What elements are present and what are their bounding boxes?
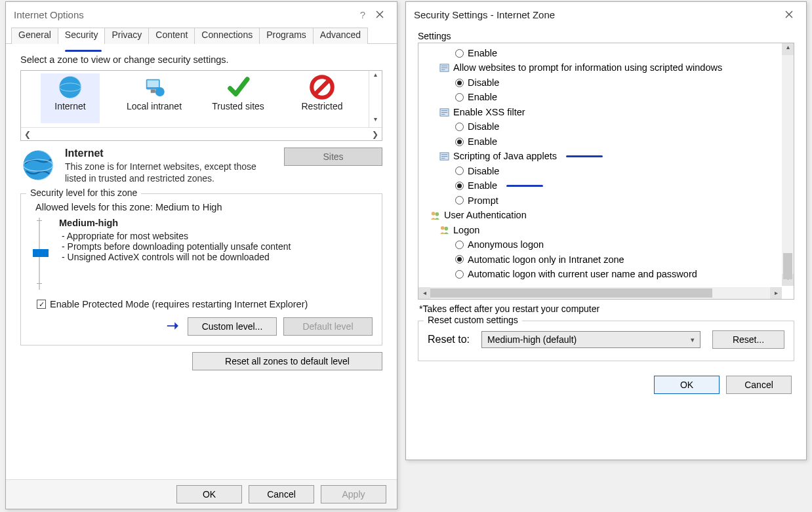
- protected-mode-checkbox[interactable]: [37, 300, 46, 309]
- tab-security[interactable]: Security: [58, 28, 106, 44]
- tab-strip: GeneralSecurityPrivacyContentConnections…: [6, 27, 397, 44]
- zone-item-local-intranet[interactable]: Local intranet: [125, 73, 184, 123]
- titlebar: Security Settings - Internet Zone: [406, 2, 806, 27]
- category-label: Scripting of Java applets: [453, 149, 557, 163]
- scroll-left-icon[interactable]: ❮: [21, 130, 34, 139]
- globe-icon: [20, 148, 56, 183]
- setting-radio[interactable]: Enable: [425, 90, 792, 104]
- dialog1-footer: OK Cancel Apply: [6, 479, 397, 509]
- setting-radio[interactable]: Enable: [425, 178, 792, 193]
- apply-button[interactable]: Apply: [321, 485, 386, 503]
- help-icon[interactable]: ?: [355, 9, 371, 20]
- default-level-button[interactable]: Default level: [283, 317, 373, 336]
- setting-radio[interactable]: Automatic logon only in Intranet zone: [425, 252, 792, 267]
- scroll-down-icon[interactable]: ▾: [374, 115, 377, 127]
- tree-hscroll[interactable]: ◂ ▸: [418, 287, 782, 299]
- cancel-button[interactable]: Cancel: [249, 485, 314, 503]
- titlebar: Internet Options ?: [6, 2, 397, 27]
- zone-item-restricted[interactable]: Restricted: [293, 73, 352, 123]
- slider-thumb[interactable]: [33, 249, 49, 257]
- level-bullet: Prompts before downloading potentially u…: [68, 241, 291, 252]
- category-label: Allow websites to prompt for information…: [453, 60, 722, 75]
- prohibited-icon: [308, 73, 336, 101]
- zone-prompt: Select a zone to view or change security…: [20, 54, 382, 65]
- radio-label: Automatic logon with current user name a…: [468, 267, 697, 281]
- setting-radio[interactable]: Enable: [425, 46, 792, 60]
- zone-label: Local intranet: [127, 101, 182, 111]
- tab-connections[interactable]: Connections: [194, 28, 260, 44]
- scroll-up-icon[interactable]: ▴: [782, 43, 794, 55]
- zone-label: Trusted sites: [212, 101, 264, 111]
- close-icon[interactable]: [371, 7, 389, 22]
- zone-vscroll[interactable]: ▴ ▾: [369, 71, 382, 127]
- svg-rect-4: [151, 90, 155, 93]
- scroll-up-icon[interactable]: ▴: [374, 71, 377, 83]
- tab-programs[interactable]: Programs: [259, 28, 314, 44]
- annotation-arrow: ➝: [167, 317, 178, 332]
- restart-note: *Takes effect after you restart your com…: [419, 304, 794, 314]
- radio-icon: [455, 255, 464, 264]
- scripting-icon: [439, 63, 449, 73]
- users-icon: [430, 210, 440, 220]
- setting-radio[interactable]: Prompt: [425, 193, 792, 208]
- vscroll-thumb[interactable]: [783, 253, 792, 279]
- security-tab-pane: Select a zone to view or change security…: [6, 44, 397, 377]
- users-icon: [439, 225, 449, 235]
- scroll-right-icon[interactable]: ❯: [369, 130, 382, 139]
- radio-label: Disable: [468, 75, 499, 90]
- radio-icon: [455, 196, 464, 205]
- reset-button[interactable]: Reset...: [712, 330, 784, 349]
- setting-radio[interactable]: Automatic logon with current user name a…: [425, 267, 792, 281]
- setting-radio[interactable]: Prompt for user name and password: [425, 282, 792, 285]
- setting-category: Enable XSS filter: [425, 105, 792, 119]
- radio-icon: [455, 79, 464, 87]
- scroll-right-icon[interactable]: ▸: [770, 287, 782, 299]
- security-level-group: Security level for this zone Allowed lev…: [20, 193, 382, 345]
- ok-button[interactable]: OK: [176, 485, 242, 503]
- annotation-mark: [65, 50, 102, 52]
- zone-title: Internet: [65, 148, 275, 159]
- sites-button[interactable]: Sites: [284, 148, 382, 166]
- scripting-icon: [439, 151, 449, 161]
- scroll-left-icon[interactable]: ◂: [418, 287, 430, 299]
- level-bullet: Appropriate for most websites: [68, 231, 291, 241]
- hscroll-thumb[interactable]: [430, 288, 712, 298]
- radio-icon: [455, 93, 464, 102]
- security-level-slider[interactable]: [33, 218, 47, 290]
- radio-icon: [455, 241, 464, 249]
- tree-vscroll[interactable]: ▴ ▾: [782, 43, 794, 286]
- category-label: Logon: [453, 223, 479, 237]
- reset-to-combobox[interactable]: Medium-high (default) ▾: [481, 331, 700, 348]
- zone-item-internet[interactable]: Internet: [41, 73, 100, 123]
- protected-mode-label: Enable Protected Mode (requires restarti…: [50, 299, 308, 309]
- tab-privacy[interactable]: Privacy: [104, 28, 149, 44]
- zone-hscroll[interactable]: ❮ ❯: [21, 127, 382, 140]
- tab-general[interactable]: General: [11, 28, 58, 44]
- radio-label: Enable: [468, 134, 497, 149]
- ok-button[interactable]: OK: [654, 376, 720, 394]
- setting-radio[interactable]: Enable: [425, 134, 792, 149]
- settings-tree: EnableAllow websites to prompt for infor…: [418, 43, 794, 300]
- tab-content[interactable]: Content: [148, 28, 195, 44]
- setting-radio[interactable]: Disable: [425, 75, 792, 90]
- custom-level-button[interactable]: Custom level...: [188, 317, 277, 336]
- setting-radio[interactable]: Disable: [425, 119, 792, 134]
- tab-advanced[interactable]: Advanced: [313, 28, 368, 44]
- radio-icon: [455, 270, 464, 279]
- group-title: Security level for this zone: [26, 187, 141, 198]
- cancel-button[interactable]: Cancel: [726, 376, 792, 394]
- level-bullet: Unsigned ActiveX controls will not be do…: [68, 252, 291, 262]
- radio-label: Prompt: [468, 193, 498, 208]
- setting-radio[interactable]: Anonymous logon: [425, 237, 792, 252]
- globe-icon: [56, 73, 84, 101]
- setting-category: User Authentication: [425, 208, 792, 222]
- reset-all-zones-button[interactable]: Reset all zones to default level: [192, 352, 382, 370]
- setting-radio[interactable]: Disable: [425, 164, 792, 178]
- zone-item-trusted-sites[interactable]: Trusted sites: [209, 73, 268, 123]
- category-label: Enable XSS filter: [453, 105, 525, 119]
- chevron-down-icon: ▾: [691, 336, 695, 344]
- svg-point-14: [441, 226, 445, 230]
- radio-icon: [455, 49, 464, 58]
- close-icon[interactable]: [780, 7, 798, 22]
- intranet-icon: [140, 73, 168, 101]
